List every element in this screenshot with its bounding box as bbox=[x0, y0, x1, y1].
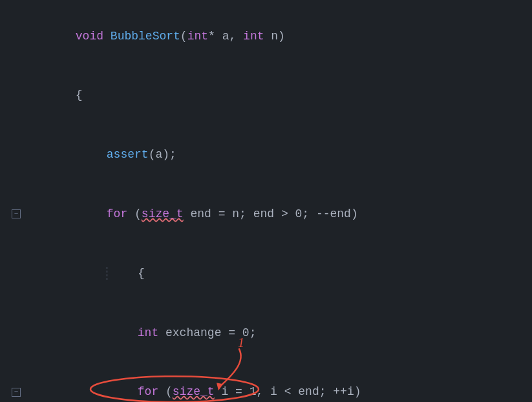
token-assert-params: (a); bbox=[149, 148, 176, 161]
line-content-6: int exchange = 0; bbox=[31, 303, 526, 363]
token-paren: ( bbox=[180, 30, 187, 43]
line-content-7: for (size_t i = 1, i < end; ++i) bbox=[31, 363, 526, 402]
line-content-2: { bbox=[31, 66, 526, 125]
gutter-4[interactable]: − bbox=[6, 209, 26, 218]
token-end-assign: end = n; end > 0; --end) bbox=[184, 207, 358, 220]
token-for-2: for bbox=[138, 385, 165, 398]
token-star-a: * a, bbox=[208, 30, 243, 43]
gutter-7[interactable]: − bbox=[6, 388, 26, 397]
token-exchange-assign: exchange = 0; bbox=[158, 326, 256, 339]
line-content-3: assert(a); bbox=[31, 125, 526, 185]
code-line-3: assert(a); bbox=[0, 125, 532, 185]
token-for2-paren: ( bbox=[165, 385, 173, 398]
line-content-5: { bbox=[31, 244, 526, 303]
token-assert: assert bbox=[107, 148, 149, 161]
token-open-brace-1: { bbox=[76, 89, 83, 101]
token-sizet-1: size_t bbox=[142, 207, 184, 220]
line-content-4: for (size_t end = n; end > 0; --end) bbox=[31, 184, 526, 244]
token-int2: int bbox=[243, 30, 264, 43]
token-fn-bubblesort: BubbleSort bbox=[111, 30, 180, 43]
token-int-exchange: int bbox=[138, 326, 158, 339]
line-content-1: void BubbleSort(int* a, int n) bbox=[31, 6, 526, 66]
token-sizet-2: size_t bbox=[173, 385, 215, 398]
collapse-btn-7[interactable]: − bbox=[12, 388, 21, 397]
token-i-assign: i = 1, i < end; ++i) bbox=[215, 385, 361, 398]
code-editor: void BubbleSort(int* a, int n) { assert(… bbox=[0, 0, 532, 402]
token-for-paren1: ( bbox=[134, 207, 142, 220]
code-line-1: void BubbleSort(int* a, int n) bbox=[0, 6, 532, 66]
token-for-1: for bbox=[107, 207, 134, 220]
code-line-7: − for (size_t i = 1, i < end; ++i) bbox=[0, 363, 532, 402]
code-line-5: { bbox=[0, 244, 532, 303]
token-int1: int bbox=[187, 30, 208, 43]
code-line-6: int exchange = 0; bbox=[0, 303, 532, 363]
code-line-4: − for (size_t end = n; end > 0; --end) bbox=[0, 184, 532, 244]
token-n-paren: n) bbox=[264, 30, 285, 43]
token-open-brace-2: { bbox=[110, 267, 145, 280]
collapse-btn-4[interactable]: − bbox=[12, 209, 21, 218]
token-void: void bbox=[76, 30, 111, 43]
code-line-2: { bbox=[0, 66, 532, 125]
